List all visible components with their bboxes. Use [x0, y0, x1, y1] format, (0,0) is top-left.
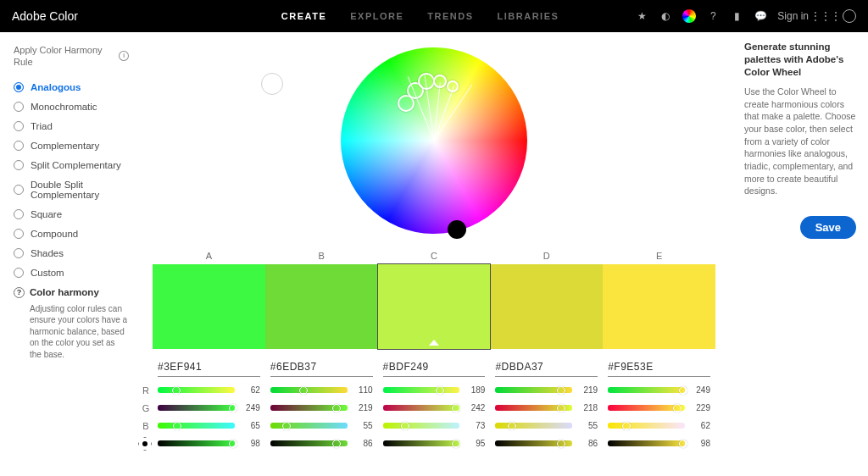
slider-value[interactable]: 249 — [240, 403, 260, 412]
hex-value-d[interactable]: #DBDA37 — [490, 357, 603, 377]
notification-icon[interactable]: ▮ — [730, 9, 743, 23]
slider-thumb[interactable] — [557, 386, 565, 395]
slider-thumb[interactable] — [557, 404, 565, 412]
slider-value[interactable]: 62 — [690, 421, 710, 430]
slider-value[interactable]: 219 — [577, 385, 598, 395]
slider-thumb[interactable] — [452, 440, 460, 448]
slider-track[interactable] — [270, 440, 348, 446]
swatch-color[interactable] — [153, 264, 265, 349]
harmony-rule-double-split-complementary[interactable]: Double Split Complementary — [14, 180, 129, 200]
harmony-rule-complementary[interactable]: Complementary — [14, 141, 129, 151]
slider-thumb[interactable] — [622, 422, 631, 430]
slider-thumb[interactable] — [679, 386, 687, 395]
nav-explore[interactable]: EXPLORE — [350, 11, 403, 21]
slider-thumb[interactable] — [282, 422, 291, 430]
slider-track[interactable] — [270, 423, 348, 429]
slider-value[interactable]: 219 — [353, 403, 373, 412]
slider-track[interactable] — [608, 405, 685, 411]
swatch-color[interactable] — [378, 264, 491, 349]
swatch-color[interactable] — [603, 264, 715, 349]
save-button[interactable]: Save — [800, 216, 856, 239]
nav-create[interactable]: CREATE — [281, 11, 326, 21]
hex-value-c[interactable]: #BDF249 — [378, 357, 491, 377]
apps-icon[interactable]: ⋮⋮⋮ — [819, 9, 832, 23]
color-wheel-icon[interactable] — [682, 9, 696, 23]
slider-track[interactable] — [608, 387, 685, 393]
slider-value[interactable]: 98 — [240, 439, 260, 448]
nav-libraries[interactable]: LIBRARIES — [498, 11, 559, 21]
wheel-marker-d[interactable] — [433, 75, 447, 88]
slider-value[interactable]: 55 — [577, 421, 598, 430]
slider-value[interactable]: 242 — [465, 403, 485, 412]
slider-value[interactable]: 218 — [577, 403, 598, 412]
slider-thumb[interactable] — [452, 404, 460, 412]
slider-thumb[interactable] — [332, 404, 341, 412]
slider-track[interactable] — [495, 387, 572, 393]
slider-value[interactable]: 95 — [465, 439, 485, 448]
hex-value-e[interactable]: #F9E53E — [603, 357, 715, 377]
swatch-color[interactable] — [265, 264, 378, 349]
hex-value-b[interactable]: #6EDB37 — [265, 357, 378, 377]
harmony-rule-triad[interactable]: Triad — [14, 121, 129, 131]
harmony-rule-monochromatic[interactable]: Monochromatic — [14, 102, 129, 112]
hex-value-a[interactable]: #3EF941 — [153, 357, 265, 377]
slider-value[interactable]: 55 — [353, 421, 373, 430]
slider-track[interactable] — [158, 387, 235, 393]
slider-track[interactable] — [608, 440, 685, 446]
wheel-marker-e[interactable] — [447, 80, 459, 92]
slider-thumb[interactable] — [673, 404, 682, 412]
harmony-rule-compound[interactable]: Compound — [14, 229, 129, 239]
slider-thumb[interactable] — [557, 440, 565, 448]
slider-track[interactable] — [158, 440, 235, 446]
slider-track[interactable] — [158, 405, 235, 411]
slider-thumb[interactable] — [299, 386, 308, 395]
slider-track[interactable] — [383, 405, 460, 411]
harmony-rule-split-complementary[interactable]: Split Complementary — [14, 160, 129, 170]
slider-thumb[interactable] — [229, 440, 237, 448]
star-icon[interactable]: ★ — [635, 9, 648, 23]
moon-icon[interactable]: ◐ — [659, 9, 672, 23]
slider-value[interactable]: 73 — [465, 421, 485, 430]
slider-value[interactable]: 110 — [353, 385, 373, 395]
slider-thumb[interactable] — [173, 422, 181, 430]
slider-thumb[interactable] — [229, 404, 237, 412]
slider-value[interactable]: 86 — [353, 439, 373, 448]
slider-track[interactable] — [383, 387, 460, 393]
help-icon[interactable]: ? — [706, 9, 720, 23]
slider-value[interactable]: 189 — [465, 385, 485, 395]
harmony-rule-custom[interactable]: Custom — [14, 268, 129, 278]
info-icon[interactable]: i — [119, 51, 129, 61]
harmony-rule-shades[interactable]: Shades — [14, 248, 129, 258]
harmony-rule-square[interactable]: Square — [14, 209, 129, 219]
slider-thumb[interactable] — [436, 386, 444, 395]
slider-value[interactable]: 62 — [240, 385, 260, 395]
sign-in-link[interactable]: Sign in — [777, 10, 809, 22]
slider-track[interactable] — [383, 440, 460, 446]
question-icon[interactable]: ? — [14, 287, 25, 298]
slider-track[interactable] — [495, 405, 572, 411]
slider-track[interactable] — [608, 423, 685, 429]
slider-track[interactable] — [383, 423, 460, 429]
nav-trends[interactable]: TRENDS — [427, 11, 473, 21]
harmony-rule-analogous[interactable]: Analogous — [14, 82, 129, 92]
slider-track[interactable] — [495, 440, 572, 446]
slider-thumb[interactable] — [508, 422, 516, 430]
chat-icon[interactable]: 💬 — [754, 9, 767, 23]
slider-value[interactable]: 98 — [690, 439, 710, 448]
slider-thumb[interactable] — [172, 386, 181, 395]
slider-value[interactable]: 65 — [240, 421, 260, 430]
slider-track[interactable] — [158, 423, 235, 429]
slider-track[interactable] — [270, 405, 348, 411]
black-dot-preview[interactable] — [448, 220, 466, 239]
slider-thumb[interactable] — [332, 440, 341, 448]
color-wheel[interactable] — [341, 47, 527, 234]
slider-thumb[interactable] — [679, 440, 687, 448]
swatch-color[interactable] — [490, 264, 603, 349]
cc-icon[interactable] — [843, 9, 856, 23]
slider-value[interactable]: 86 — [577, 439, 598, 448]
slider-value[interactable]: 229 — [690, 403, 710, 412]
slider-track[interactable] — [495, 423, 572, 429]
slider-track[interactable] — [270, 387, 348, 393]
slider-thumb[interactable] — [401, 422, 409, 430]
slider-value[interactable]: 249 — [690, 385, 710, 395]
